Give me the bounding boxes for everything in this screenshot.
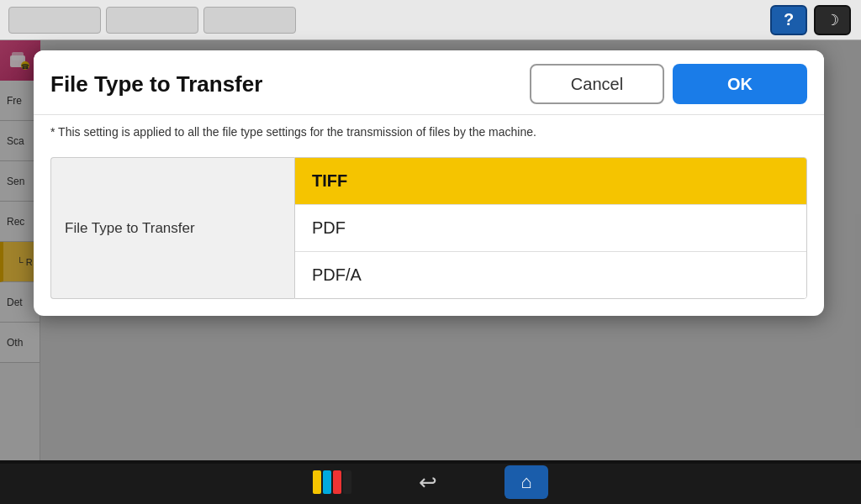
help-button[interactable]: ? bbox=[770, 5, 807, 35]
file-type-dropdown: TIFF PDF PDF/A bbox=[294, 157, 807, 299]
option-pdf[interactable]: PDF bbox=[295, 205, 806, 252]
ink-yellow bbox=[313, 470, 321, 494]
taskbar: ↩ ⌂ bbox=[0, 460, 861, 504]
dialog-body: File Type to Transfer TIFF PDF PDF/A bbox=[34, 149, 824, 316]
dialog-buttons: Cancel OK bbox=[530, 64, 807, 104]
cancel-button[interactable]: Cancel bbox=[530, 64, 664, 104]
top-bar-tabs bbox=[8, 7, 296, 34]
row-label: File Type to Transfer bbox=[50, 157, 294, 299]
option-tiff[interactable]: TIFF bbox=[295, 158, 806, 205]
ink-black bbox=[343, 470, 351, 494]
file-type-dialog: File Type to Transfer Cancel OK * This s… bbox=[34, 50, 824, 316]
top-tab-1[interactable] bbox=[8, 7, 101, 34]
moon-button[interactable]: ☽ bbox=[814, 5, 851, 35]
home-button[interactable]: ⌂ bbox=[504, 465, 548, 499]
back-button[interactable]: ↩ bbox=[419, 470, 437, 496]
ink-magenta bbox=[333, 470, 341, 494]
ink-cyan bbox=[323, 470, 331, 494]
ok-button[interactable]: OK bbox=[673, 64, 807, 104]
top-tab-2[interactable] bbox=[106, 7, 198, 34]
ink-indicator bbox=[313, 470, 351, 494]
dialog-note: * This setting is applied to all the fil… bbox=[34, 115, 824, 149]
option-pdfa[interactable]: PDF/A bbox=[295, 252, 806, 298]
dialog-title: File Type to Transfer bbox=[50, 71, 262, 97]
top-tab-3[interactable] bbox=[203, 7, 296, 34]
top-bar: ? ☽ bbox=[0, 0, 861, 40]
dialog-header: File Type to Transfer Cancel OK bbox=[34, 50, 824, 115]
